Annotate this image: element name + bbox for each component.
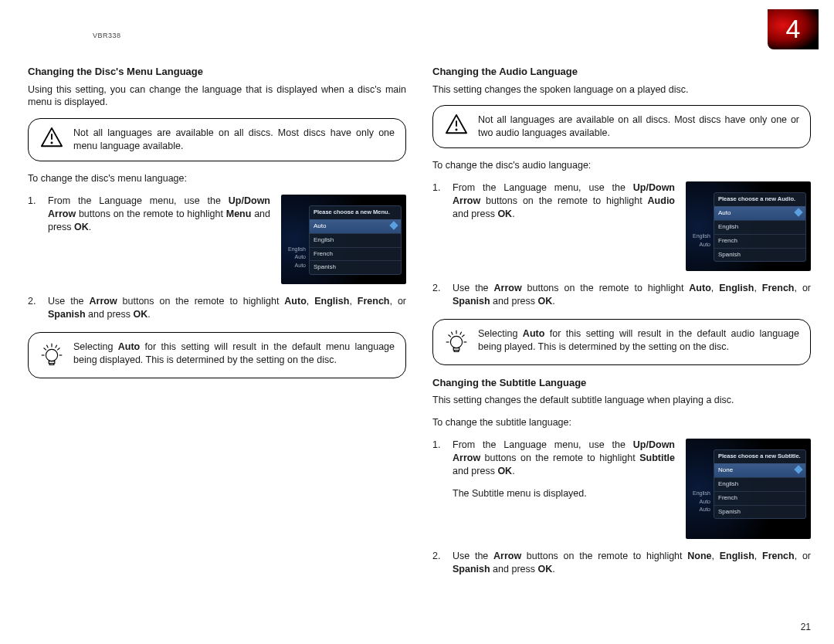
section-title-audio: Changing the Audio Language (432, 65, 811, 79)
warning-callout-menu: Not all languages are available on all d… (28, 118, 406, 161)
svg-line-9 (46, 344, 48, 347)
steps-subtitle: From the Language menu, use the Up/Down … (432, 439, 811, 576)
warning-icon (38, 127, 66, 148)
intro-subtitle: This setting changes the default subtitl… (432, 394, 811, 407)
svg-point-2 (51, 142, 53, 144)
screenshot-menu-lang: English Auto Auto Please choose a new Me… (281, 195, 406, 284)
svg-line-17 (462, 334, 464, 337)
tip-callout-menu: Selecting Auto for this setting will res… (28, 332, 406, 378)
svg-point-14 (450, 336, 462, 347)
tip-text: Selecting Auto for this setting will res… (73, 341, 395, 367)
svg-line-21 (460, 331, 462, 334)
svg-line-16 (449, 334, 451, 337)
svg-line-10 (56, 344, 57, 347)
bulb-icon (38, 341, 66, 370)
screenshot-side-labels: English Auto (689, 232, 710, 249)
section-title-menu-lang: Changing the Disc's Menu Language (28, 65, 406, 79)
right-column: Changing the Audio Language This setting… (432, 65, 811, 587)
steps-menu-lang: From the Language menu, use the Up/Down … (28, 195, 406, 321)
intro-menu-lang: Using this setting, you can change the l… (28, 83, 406, 110)
step-text: From the Language menu, use the Up/Down … (453, 439, 675, 478)
step-text: From the Language menu, use the Up/Down … (48, 195, 270, 234)
left-column: Changing the Disc's Menu Language Using … (28, 65, 406, 587)
page-number: 21 (801, 621, 811, 633)
section-title-subtitle: Changing the Subtitle Language (432, 376, 811, 390)
step-text: Use the Arrow buttons on the remote to h… (453, 282, 811, 308)
screenshot-side-labels: English Auto Auto (284, 246, 306, 270)
to-change-audio: To change the disc's audio language: (432, 159, 811, 172)
step-text: Use the Arrow buttons on the remote to h… (453, 550, 811, 576)
steps-audio: From the Language menu, use the Up/Down … (432, 181, 811, 308)
svg-line-20 (451, 331, 453, 334)
step-text-extra: The Subtitle menu is displayed. (453, 487, 675, 500)
screenshot-subtitle: English Auto Auto Please choose a new Su… (686, 439, 811, 539)
chapter-number: 4 (786, 12, 801, 47)
step-text: From the Language menu, use the Up/Down … (453, 181, 675, 221)
to-change-subtitle: To change the subtitle language: (432, 416, 811, 429)
step-text: Use the Arrow buttons on the remote to h… (48, 295, 406, 321)
warning-icon (442, 114, 470, 135)
svg-line-5 (44, 347, 46, 350)
warning-text: Not all languages are available on all d… (478, 114, 799, 140)
content-columns: Changing the Disc's Menu Language Using … (0, 0, 834, 610)
intro-audio: This setting changes the spoken language… (432, 83, 811, 97)
warning-callout-audio: Not all languages are available on all d… (432, 105, 811, 148)
screenshot-audio: English Auto Please choose a new Audio. … (686, 181, 811, 271)
tip-callout-audio: Selecting Auto for this setting will res… (432, 319, 811, 365)
bulb-icon (442, 327, 470, 357)
svg-point-3 (46, 349, 57, 361)
tip-text: Selecting Auto for this setting will res… (478, 327, 799, 354)
screenshot-side-labels: English Auto Auto (689, 490, 710, 514)
svg-line-6 (57, 347, 59, 350)
to-change-menu: To change the disc's menu language: (28, 172, 406, 185)
svg-point-13 (456, 129, 458, 131)
warning-text: Not all languages are available on all d… (73, 127, 395, 153)
model-label: VBR338 (93, 31, 121, 40)
chapter-tab: 4 (768, 9, 819, 49)
